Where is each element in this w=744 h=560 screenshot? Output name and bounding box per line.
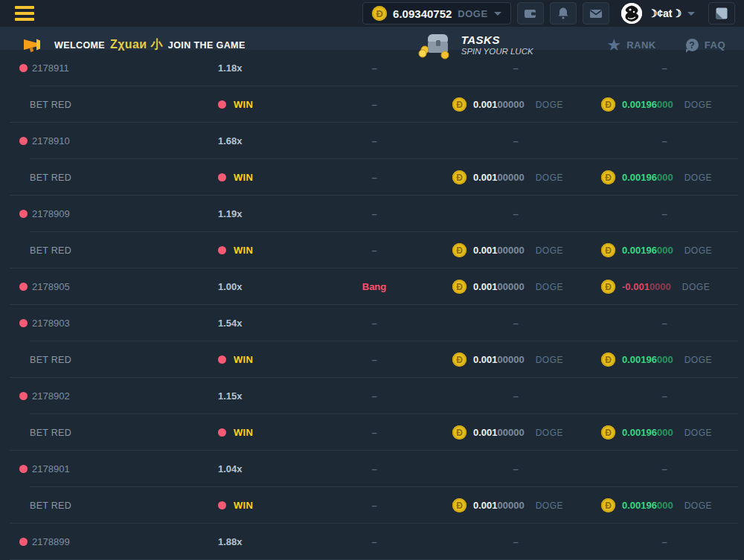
multiplier: 1.15x — [218, 390, 307, 402]
bet-color-dot — [218, 246, 226, 254]
user-menu[interactable]: ☽¢at☽ — [621, 3, 695, 24]
topbar-right-group: Đ 6.09340752 DOGE — [362, 2, 735, 25]
empty-cell: – — [441, 536, 590, 547]
multiplier: 1.68x — [218, 135, 307, 147]
multiplier: 1.04x — [218, 463, 307, 474]
currency-label: DOGE — [536, 282, 563, 292]
multiplier: 1.00x — [218, 281, 307, 292]
empty-cell: – — [307, 135, 441, 147]
messages-button[interactable] — [583, 2, 609, 25]
game-status-dot — [19, 465, 28, 473]
currency-label: DOGE — [682, 282, 710, 292]
welcome-suffix: JOIN THE GAME — [168, 40, 246, 51]
empty-cell: – — [441, 208, 590, 219]
envelope-icon — [589, 7, 603, 21]
username: ☽¢at☽ — [648, 7, 682, 19]
welcome-prefix: WELCOME — [54, 40, 105, 51]
bet-result: WIN — [234, 500, 253, 511]
bet-amount: Đ 0.00100000 DOGE — [441, 170, 590, 184]
game-id: 2178899 — [32, 536, 70, 547]
doge-coin-icon: Đ — [601, 170, 615, 184]
faq-label: FAQ — [705, 39, 725, 51]
game-status-dot — [19, 137, 28, 145]
table-row-game[interactable]: 2178901 1.04x – – – — [0, 451, 744, 487]
profit-amount: Đ 0.00196000 DOGE — [590, 353, 739, 367]
hamburger-menu-icon[interactable] — [15, 3, 34, 24]
balance-selector[interactable]: Đ 6.09340752 DOGE — [362, 2, 511, 25]
avatar — [621, 3, 642, 24]
game-id: 2178903 — [32, 318, 70, 329]
empty-cell: – — [307, 318, 441, 329]
table-row-bet[interactable]: BET RED WIN – Đ 0.00100000 DOGE Đ 0.0019… — [0, 86, 744, 123]
table-row-game[interactable]: 2178911 1.18x – – – — [0, 50, 744, 86]
game-status-dot — [19, 210, 28, 218]
currency-label: DOGE — [684, 100, 712, 110]
table-row-bet[interactable]: BET RED WIN – Đ 0.00100000 DOGE Đ 0.0019… — [0, 232, 744, 268]
bet-amount: Đ 0.00100000 DOGE — [441, 498, 590, 512]
doge-coin-icon: Đ — [601, 243, 615, 257]
bet-amount: Đ 0.00100000 DOGE — [441, 97, 590, 112]
multiplier: 1.88x — [218, 536, 307, 547]
doge-coin-icon: Đ — [452, 280, 466, 294]
profit-amount: Đ 0.00196000 DOGE — [590, 97, 739, 112]
currency-label: DOGE — [684, 501, 712, 511]
empty-cell: – — [307, 463, 441, 474]
empty-cell: – — [441, 62, 590, 74]
table-row-game[interactable]: 2178899 1.88x – – – — [0, 524, 744, 560]
game-status-dot — [19, 283, 28, 291]
table-row-game[interactable]: 2178910 1.68x – – – — [0, 123, 744, 159]
game-status-dot — [19, 392, 28, 400]
table-row-bet[interactable]: BET RED WIN – Đ 0.00100000 DOGE Đ 0.0019… — [0, 487, 744, 524]
chevron-down-icon — [494, 12, 501, 16]
empty-cell: – — [590, 62, 739, 74]
balance-amount: 6.09340752 — [393, 7, 452, 20]
currency-label: DOGE — [536, 501, 563, 511]
chat-panel-button[interactable] — [708, 2, 735, 25]
bet-amount: Đ 0.00100000 DOGE — [441, 353, 590, 367]
game-status-dot — [19, 319, 28, 327]
empty-cell: – — [307, 500, 441, 511]
doge-coin-icon: Đ — [601, 425, 615, 440]
doge-coin-icon: Đ — [452, 97, 466, 112]
table-row-bet[interactable]: BET RED WIN – Đ 0.00100000 DOGE Đ 0.0019… — [0, 414, 744, 451]
currency-label: DOGE — [536, 355, 563, 365]
bet-color-dot — [218, 100, 226, 109]
bet-result: WIN — [234, 172, 253, 183]
empty-cell: – — [307, 390, 441, 402]
chevron-down-icon — [687, 12, 695, 16]
table-row-game[interactable]: 2178902 1.15x – – – — [0, 378, 744, 414]
bang-result: Bang — [307, 281, 441, 292]
table-row-bet[interactable]: BET RED WIN – Đ 0.00100000 DOGE Đ 0.0019… — [0, 159, 744, 196]
panel-toggle-icon — [715, 7, 728, 20]
bet-color-dot — [218, 355, 226, 364]
table-row-game[interactable]: 2178903 1.54x – – – — [0, 305, 744, 341]
empty-cell: – — [590, 536, 739, 547]
top-bar: Đ 6.09340752 DOGE — [0, 0, 744, 27]
bet-label: BET RED — [19, 355, 218, 365]
empty-cell: – — [307, 245, 441, 256]
bet-label: BET RED — [19, 245, 218, 256]
doge-coin-icon: Đ — [601, 353, 615, 367]
doge-coin-icon: Đ — [452, 170, 466, 184]
bet-result: WIN — [234, 354, 253, 365]
wallet-button[interactable] — [517, 2, 544, 25]
multiplier: 1.19x — [218, 208, 307, 219]
empty-cell: – — [307, 99, 441, 110]
game-id: 2178905 — [32, 281, 70, 292]
notifications-button[interactable] — [550, 2, 577, 25]
doge-coin-icon: Đ — [601, 280, 615, 294]
currency-label: DOGE — [536, 100, 563, 110]
empty-cell: – — [441, 318, 590, 329]
table-row-game[interactable]: 2178909 1.19x – – – — [0, 196, 744, 232]
game-id: 2178910 — [32, 135, 70, 147]
table-row-bang[interactable]: 2178905 1.00x Bang Đ 0.00100000 DOGE Đ -… — [0, 268, 744, 305]
currency-label: DOGE — [684, 428, 712, 438]
table-row-bet[interactable]: BET RED WIN – Đ 0.00100000 DOGE Đ 0.0019… — [0, 341, 744, 378]
bet-amount: Đ 0.00100000 DOGE — [441, 425, 590, 440]
profit-amount: Đ 0.00196000 DOGE — [590, 243, 739, 257]
empty-cell: – — [590, 208, 739, 219]
game-id: 2178901 — [32, 463, 70, 474]
empty-cell: – — [590, 135, 739, 147]
game-id: 2178911 — [32, 62, 69, 74]
empty-cell: – — [590, 390, 739, 402]
